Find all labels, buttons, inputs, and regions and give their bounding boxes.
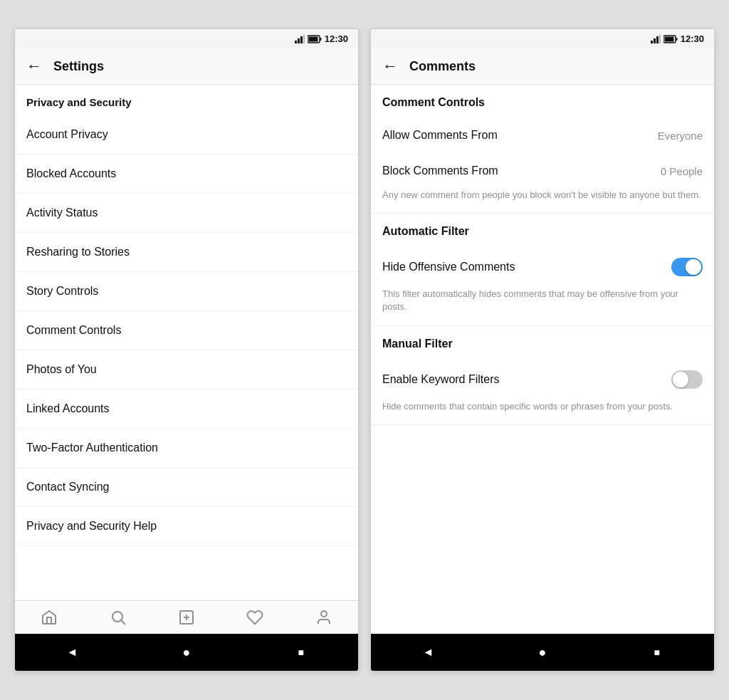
nav-home-icon[interactable] bbox=[40, 608, 58, 627]
block-comments-label: Block Comments From bbox=[382, 164, 498, 177]
svg-rect-13 bbox=[651, 41, 653, 43]
privacy-section-header: Privacy and Security bbox=[15, 85, 358, 115]
menu-item-linked-accounts[interactable]: Linked Accounts bbox=[15, 390, 358, 429]
comments-phone: 12:30 ← Comments Comment Controls Allow … bbox=[370, 28, 715, 672]
comments-content: Comment Controls Allow Comments From Eve… bbox=[371, 85, 714, 634]
settings-android-bar: ◄ ● ■ bbox=[15, 634, 358, 671]
menu-item-privacy-help[interactable]: Privacy and Security Help bbox=[15, 507, 358, 546]
settings-status-bar: 12:30 bbox=[15, 29, 358, 48]
menu-item-resharing[interactable]: Resharing to Stories bbox=[15, 233, 358, 272]
svg-rect-0 bbox=[295, 41, 297, 43]
svg-rect-16 bbox=[659, 35, 661, 43]
settings-phone: 12:30 ← Settings Privacy and Security Ac… bbox=[14, 28, 359, 672]
nav-profile-icon[interactable] bbox=[315, 608, 333, 627]
android-home-button[interactable]: ● bbox=[179, 644, 194, 660]
settings-header: ← Settings bbox=[15, 48, 358, 85]
comment-controls-title: Comment Controls bbox=[371, 85, 714, 117]
menu-item-blocked-accounts[interactable]: Blocked Accounts bbox=[15, 155, 358, 194]
comments-android-back-button[interactable]: ◄ bbox=[420, 644, 436, 660]
android-recent-button[interactable]: ■ bbox=[293, 644, 309, 660]
settings-content: Privacy and Security Account Privacy Blo… bbox=[15, 85, 358, 600]
svg-point-12 bbox=[321, 611, 327, 617]
settings-title: Settings bbox=[53, 59, 104, 74]
svg-rect-6 bbox=[320, 38, 321, 41]
allow-comments-label: Allow Comments From bbox=[382, 129, 498, 142]
manual-filter-title: Manual Filter bbox=[371, 326, 714, 359]
nav-search-icon[interactable] bbox=[109, 608, 127, 627]
comments-title: Comments bbox=[409, 59, 476, 74]
settings-time: 12:30 bbox=[325, 33, 348, 44]
comments-android-recent-button[interactable]: ■ bbox=[649, 644, 665, 660]
divider-3 bbox=[371, 424, 714, 425]
comments-back-button[interactable]: ← bbox=[382, 58, 398, 74]
menu-item-activity-status[interactable]: Activity Status bbox=[15, 194, 358, 233]
block-comments-row[interactable]: Block Comments From 0 People bbox=[371, 153, 714, 189]
settings-bottom-nav bbox=[15, 600, 358, 634]
svg-point-7 bbox=[112, 612, 122, 622]
svg-rect-3 bbox=[303, 35, 305, 43]
hide-offensive-desc: This filter automatically hides comments… bbox=[371, 288, 714, 325]
main-container: 12:30 ← Settings Privacy and Security Ac… bbox=[0, 0, 729, 700]
keyword-filters-toggle[interactable] bbox=[671, 370, 703, 389]
automatic-filter-title: Automatic Filter bbox=[371, 214, 714, 246]
comments-signal-icon bbox=[651, 35, 661, 43]
svg-rect-18 bbox=[664, 36, 673, 41]
menu-item-two-factor[interactable]: Two-Factor Authentication bbox=[15, 429, 358, 468]
svg-rect-14 bbox=[654, 38, 656, 43]
battery-icon bbox=[308, 35, 322, 43]
keyword-filters-desc: Hide comments that contain specific word… bbox=[371, 400, 714, 424]
block-comments-desc: Any new comment from people you block wo… bbox=[371, 189, 714, 213]
menu-item-photos-of-you[interactable]: Photos of You bbox=[15, 350, 358, 390]
keyword-filters-knob bbox=[673, 372, 688, 387]
comments-status-bar: 12:30 bbox=[371, 29, 714, 48]
hide-offensive-knob bbox=[686, 259, 701, 275]
block-comments-value: 0 People bbox=[661, 165, 703, 177]
hide-offensive-row: Hide Offensive Comments bbox=[371, 246, 714, 288]
menu-item-comment-controls[interactable]: Comment Controls bbox=[15, 311, 358, 350]
signal-icon bbox=[295, 35, 305, 43]
hide-offensive-toggle[interactable] bbox=[671, 258, 703, 276]
menu-item-story-controls[interactable]: Story Controls bbox=[15, 272, 358, 311]
allow-comments-value: Everyone bbox=[658, 130, 703, 142]
allow-comments-row[interactable]: Allow Comments From Everyone bbox=[371, 117, 714, 153]
comments-battery-icon bbox=[664, 35, 678, 43]
nav-heart-icon[interactable] bbox=[246, 608, 264, 627]
settings-status-icons: 12:30 bbox=[295, 33, 348, 44]
comments-android-bar: ◄ ● ■ bbox=[371, 634, 714, 671]
svg-rect-5 bbox=[308, 36, 318, 41]
svg-rect-2 bbox=[300, 36, 303, 43]
comments-header: ← Comments bbox=[371, 48, 714, 85]
keyword-filters-row: Enable Keyword Filters bbox=[371, 359, 714, 400]
settings-back-button[interactable]: ← bbox=[26, 58, 42, 74]
menu-item-account-privacy[interactable]: Account Privacy bbox=[15, 115, 358, 155]
hide-offensive-label: Hide Offensive Comments bbox=[382, 261, 515, 273]
comments-time: 12:30 bbox=[681, 33, 704, 44]
svg-rect-19 bbox=[676, 38, 677, 41]
keyword-filters-label: Enable Keyword Filters bbox=[382, 373, 500, 386]
nav-add-icon[interactable] bbox=[177, 608, 196, 627]
comments-android-home-button[interactable]: ● bbox=[535, 644, 550, 660]
svg-rect-1 bbox=[298, 38, 300, 43]
svg-rect-15 bbox=[656, 36, 659, 43]
menu-item-contact-syncing[interactable]: Contact Syncing bbox=[15, 468, 358, 507]
svg-line-8 bbox=[121, 621, 125, 625]
comments-status-icons: 12:30 bbox=[651, 33, 704, 44]
android-back-button[interactable]: ◄ bbox=[64, 644, 80, 660]
